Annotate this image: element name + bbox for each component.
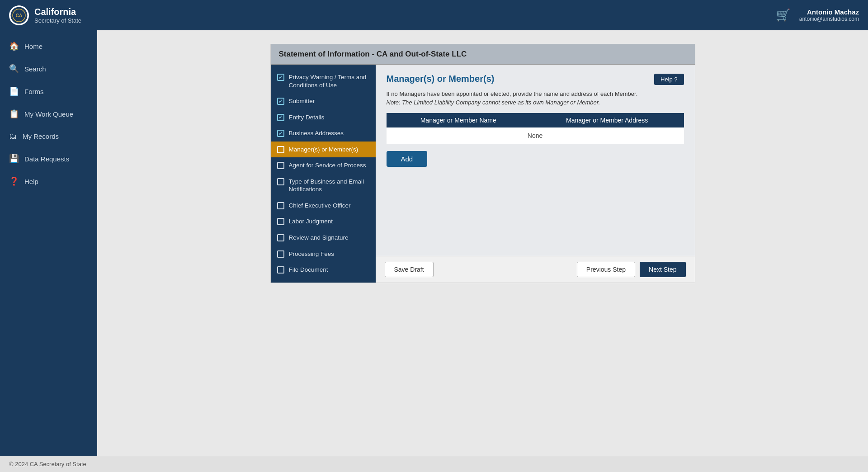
- step-checkbox-processing-fees: [277, 250, 284, 258]
- home-icon: 🏠: [9, 41, 19, 51]
- help-button[interactable]: Help ?: [654, 74, 684, 85]
- table-empty-cell: None: [387, 127, 684, 144]
- step-processing-fees[interactable]: Processing Fees: [271, 246, 376, 262]
- step-label-labor-judgment: Labor Judgment: [289, 217, 333, 226]
- step-label-type-business: Type of Business and Email Notifications: [289, 178, 369, 194]
- step-entity-details[interactable]: Entity Details: [271, 109, 376, 126]
- user-name: Antonio Machaz: [807, 8, 859, 16]
- step-managers-members[interactable]: Manager(s) or Member(s): [271, 142, 376, 158]
- header-title-sub: Secretary of State: [34, 17, 81, 24]
- nav-buttons: Previous Step Next Step: [577, 262, 686, 277]
- step-agent-service[interactable]: Agent for Service of Process: [271, 157, 376, 174]
- sidebar-label-work-queue: My Work Queue: [24, 110, 73, 118]
- step-privacy[interactable]: Privacy Warning / Terms and Conditions o…: [271, 69, 376, 93]
- svg-text:CA: CA: [16, 13, 22, 18]
- sidebar-item-forms[interactable]: 📄 Forms: [0, 80, 97, 103]
- main-panel: Manager(s) or Member(s) Help ? If no Man…: [376, 65, 695, 283]
- step-labor-judgment[interactable]: Labor Judgment: [271, 213, 376, 230]
- step-file-document[interactable]: File Document: [271, 262, 376, 278]
- step-label-processing-fees: Processing Fees: [289, 250, 335, 258]
- section-title: Manager(s) or Member(s): [387, 74, 495, 84]
- step-checkbox-review-signature: [277, 234, 284, 241]
- step-ceo[interactable]: Chief Executive Officer: [271, 198, 376, 214]
- form-footer-bar: Save Draft Previous Step Next Step: [376, 256, 695, 283]
- form-title: Statement of Information - CA and Out-of…: [279, 50, 467, 58]
- forms-icon: 📄: [9, 86, 19, 96]
- cart-icon[interactable]: 🛒: [776, 8, 790, 22]
- previous-step-button[interactable]: Previous Step: [577, 262, 635, 277]
- step-label-managers-members: Manager(s) or Member(s): [289, 146, 359, 154]
- table-col-name: Manager or Member Name: [387, 113, 530, 127]
- managers-table: Manager or Member Name Manager or Member…: [387, 113, 684, 144]
- copyright: © 2024 CA Secretary of State: [9, 461, 86, 467]
- form-header: Statement of Information - CA and Out-of…: [271, 44, 695, 65]
- help-icon: ❓: [9, 176, 19, 186]
- step-label-business-addresses: Business Addresses: [289, 129, 344, 137]
- sidebar-label-my-records: My Records: [23, 132, 59, 140]
- next-step-button[interactable]: Next Step: [640, 262, 685, 277]
- search-icon: 🔍: [9, 64, 19, 74]
- my-records-icon: 🗂: [9, 132, 17, 141]
- step-checkbox-business-addresses: [277, 130, 284, 137]
- sidebar-item-help[interactable]: ❓ Help: [0, 170, 97, 193]
- header-right: 🛒 Antonio Machaz antonio@amstudios.com: [776, 8, 859, 22]
- sidebar: 🏠 Home 🔍 Search 📄 Forms 📋 My Work Queue …: [0, 30, 97, 456]
- step-label-submitter: Submitter: [289, 97, 315, 105]
- step-checkbox-entity-details: [277, 114, 284, 121]
- table-col-address: Manager or Member Address: [530, 113, 684, 127]
- save-draft-button[interactable]: Save Draft: [385, 262, 434, 277]
- step-submitter[interactable]: Submitter: [271, 93, 376, 109]
- section-note-2: Note: The Limited Liability Company cann…: [387, 99, 684, 106]
- step-checkbox-labor-judgment: [277, 218, 284, 225]
- user-email: antonio@amstudios.com: [799, 16, 859, 22]
- step-checkbox-ceo: [277, 202, 284, 209]
- step-checkbox-managers-members: [277, 146, 284, 153]
- work-queue-icon: 📋: [9, 109, 19, 119]
- header-left: CA California Secretary of State: [9, 5, 81, 25]
- sidebar-item-data-requests[interactable]: 💾 Data Requests: [0, 147, 97, 170]
- data-requests-icon: 💾: [9, 154, 19, 164]
- form-body: Privacy Warning / Terms and Conditions o…: [271, 65, 695, 283]
- step-label-agent-service: Agent for Service of Process: [289, 161, 366, 170]
- sidebar-label-data-requests: Data Requests: [24, 155, 69, 163]
- step-type-business[interactable]: Type of Business and Email Notifications: [271, 174, 376, 198]
- section-note-1: If no Managers have been appointed or el…: [387, 90, 684, 97]
- sidebar-item-work-queue[interactable]: 📋 My Work Queue: [0, 103, 97, 125]
- header-title-block: California Secretary of State: [34, 6, 81, 24]
- step-checkbox-submitter: [277, 98, 284, 105]
- form-container: Statement of Information - CA and Out-of…: [270, 44, 695, 283]
- sidebar-label-home: Home: [24, 42, 42, 50]
- sidebar-item-my-records[interactable]: 🗂 My Records: [0, 125, 97, 147]
- header: CA California Secretary of State 🛒 Anton…: [0, 0, 868, 30]
- step-review-signature[interactable]: Review and Signature: [271, 230, 376, 246]
- sidebar-item-home[interactable]: 🏠 Home: [0, 35, 97, 57]
- panel-top: Manager(s) or Member(s) Help ?: [387, 74, 684, 85]
- page-footer: © 2024 CA Secretary of State: [0, 456, 868, 472]
- main-panel-inner: Manager(s) or Member(s) Help ? If no Man…: [376, 65, 695, 256]
- main-layout: 🏠 Home 🔍 Search 📄 Forms 📋 My Work Queue …: [0, 30, 868, 456]
- step-checkbox-file-document: [277, 266, 284, 274]
- step-checkbox-privacy: [277, 74, 284, 81]
- add-button[interactable]: Add: [387, 151, 428, 167]
- table-row: None: [387, 127, 684, 144]
- sidebar-label-search: Search: [24, 65, 46, 73]
- user-block: Antonio Machaz antonio@amstudios.com: [799, 8, 859, 22]
- step-label-file-document: File Document: [289, 266, 328, 274]
- steps-panel: Privacy Warning / Terms and Conditions o…: [271, 65, 376, 283]
- step-checkbox-agent-service: [277, 162, 284, 169]
- sidebar-label-forms: Forms: [24, 88, 44, 95]
- ca-logo: CA: [9, 5, 29, 25]
- step-checkbox-type-business: [277, 178, 284, 185]
- sidebar-item-search[interactable]: 🔍 Search: [0, 57, 97, 80]
- step-business-addresses[interactable]: Business Addresses: [271, 125, 376, 142]
- content-area: Statement of Information - CA and Out-of…: [97, 30, 868, 456]
- step-label-entity-details: Entity Details: [289, 113, 325, 122]
- step-label-review-signature: Review and Signature: [289, 234, 349, 242]
- step-label-privacy: Privacy Warning / Terms and Conditions o…: [289, 73, 369, 89]
- step-label-ceo: Chief Executive Officer: [289, 202, 351, 210]
- header-title-main: California: [34, 6, 81, 17]
- sidebar-label-help: Help: [24, 178, 38, 185]
